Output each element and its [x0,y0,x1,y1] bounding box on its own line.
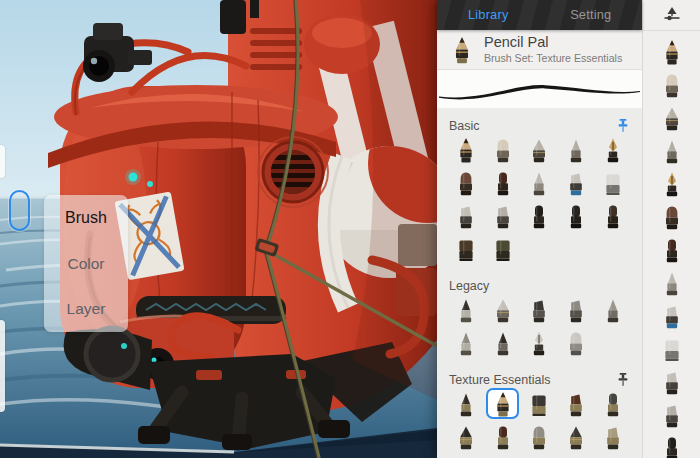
panel-tabbar: Library Setting [437,0,642,30]
brush-settings-icon [660,3,684,27]
metal-nozzle-brush[interactable] [655,101,688,134]
legacy-needle-brush[interactable] [452,329,481,356]
round-sable-brush[interactable] [655,200,688,233]
ink-cylinder-brush[interactable] [562,202,591,229]
quick-menu-item-color[interactable]: Color [44,241,128,287]
legacy-cone-brush[interactable] [488,296,517,323]
sketch-pencil-brush[interactable] [655,35,688,68]
tab-setting[interactable]: Setting [540,0,643,30]
chisel-marker-brush[interactable] [488,202,517,229]
section-label: Basic [449,119,480,133]
section-label: Legacy [449,279,489,293]
current-brush-icon [449,36,475,64]
brush-list: BasicLegacyTexture Essentials [437,108,642,450]
knob-eraser-brush[interactable] [655,68,688,101]
te-stepped-cone-brush[interactable] [562,423,591,450]
gesture-capsule-widget[interactable] [9,190,30,231]
soft-airbrush-brush[interactable] [525,169,554,196]
brush-grid [448,136,631,262]
legacy-flame-brush[interactable] [525,329,554,356]
chisel-marker-brush[interactable] [655,398,688,431]
ink-bullet-brush[interactable] [525,202,554,229]
canvas[interactable]: BrushColorLayer [0,0,437,458]
legacy-dome-brush[interactable] [562,329,591,356]
brush-strip-list [643,31,700,458]
stroke-sample [437,70,642,108]
legacy-liner-brush[interactable] [598,296,627,323]
current-brush-subtitle: Brush Set: Texture Essentials [484,52,622,66]
block-eraser-brush[interactable] [598,169,627,196]
steel-point-brush[interactable] [655,134,688,167]
soft-airbrush-brush[interactable] [655,266,688,299]
edge-toolbar-handle-bottom[interactable] [0,320,5,412]
stroke-preview [437,70,642,108]
brush-library-panel: Library Setting Pencil Pal Brush Set: Te… [437,0,642,458]
brush-strip-header[interactable] [643,0,700,31]
legacy-pencil-brush[interactable] [452,296,481,323]
te-dry-bristle-brush[interactable] [562,390,591,417]
knob-eraser-brush[interactable] [488,136,517,163]
bristle-cylinder-brush[interactable] [598,202,627,229]
te-sanguine-brush[interactable] [488,423,517,450]
legacy-fine-brush[interactable] [488,329,517,356]
te-charcoal-brush[interactable] [598,390,627,417]
te-soft-dome-brush[interactable] [525,423,554,450]
steel-point-brush[interactable] [562,136,591,163]
metal-nozzle-brush[interactable] [525,136,554,163]
dark-bullet-brush[interactable] [488,169,517,196]
current-brush-title: Pencil Pal [484,33,622,52]
gold-nib-brush[interactable] [598,136,627,163]
legacy-angle-brush[interactable] [562,296,591,323]
texture-stamp-2-brush[interactable] [488,235,517,262]
sketch-pencil-brush[interactable] [452,136,481,163]
te-cone-brush[interactable] [452,423,481,450]
quick-menu: BrushColorLayer [44,195,128,332]
pencil-pal-brush[interactable] [488,390,517,417]
dark-bullet-brush[interactable] [655,233,688,266]
round-sable-brush[interactable] [452,169,481,196]
brush-grid [448,390,631,450]
flat-marker-2-brush[interactable] [452,202,481,229]
brush-grid [448,296,631,356]
flat-marker-brush[interactable] [562,169,591,196]
gold-nib-brush[interactable] [655,167,688,200]
pin-icon[interactable] [616,372,630,387]
current-brush-header[interactable]: Pencil Pal Brush Set: Texture Essentials [437,30,642,70]
flat-marker-2-brush[interactable] [655,365,688,398]
pin-icon[interactable] [616,118,630,133]
te-graphite-brush[interactable] [452,390,481,417]
section-label: Texture Essentials [449,373,550,387]
quick-menu-item-layer[interactable]: Layer [44,286,128,332]
brush-strip [642,0,700,458]
edge-toolbar-handle-top[interactable] [0,145,5,178]
texture-stamp-brush[interactable] [452,235,481,262]
tab-library[interactable]: Library [437,0,540,30]
te-block-brush[interactable] [525,390,554,417]
te-flat-tan-brush[interactable] [598,423,627,450]
block-eraser-brush[interactable] [655,332,688,365]
ink-bullet-brush[interactable] [655,431,688,458]
legacy-chisel-brush[interactable] [525,296,554,323]
quick-menu-item-brush[interactable]: Brush [44,195,128,241]
flat-marker-brush[interactable] [655,299,688,332]
